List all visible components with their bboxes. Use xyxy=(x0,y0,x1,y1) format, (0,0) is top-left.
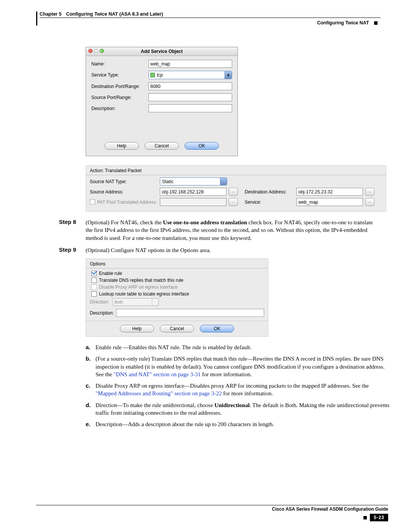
service-picker[interactable]: ... xyxy=(365,198,374,206)
description-input[interactable] xyxy=(116,309,264,317)
minimize-icon xyxy=(94,49,98,53)
item-c-mark: c. xyxy=(86,382,96,398)
disable-proxy-arp-label: Disable Proxy ARP on egress interface xyxy=(99,284,178,290)
options-panel: Options Enable rule Translate DNS replie… xyxy=(86,259,268,337)
pat-pool-checkbox xyxy=(90,199,95,204)
translate-dns-checkbox[interactable] xyxy=(91,278,97,283)
item-e-mark: e. xyxy=(86,420,96,428)
chevron-updown-icon xyxy=(152,299,158,305)
name-input[interactable] xyxy=(148,60,232,68)
panel-title: Action: Translated Packet xyxy=(90,168,382,173)
step-8-label: Step 8 xyxy=(59,219,86,242)
enable-rule-label: Enable rule xyxy=(99,271,122,276)
help-button[interactable]: Help xyxy=(105,142,139,150)
dest-address-picker[interactable]: ... xyxy=(365,188,374,196)
source-nat-type-value: Static xyxy=(162,179,174,184)
item-d-text: Direction—To make the rule unidirectiona… xyxy=(96,401,390,417)
enable-rule-checkbox[interactable] xyxy=(91,271,97,276)
disable-proxy-arp-checkbox xyxy=(91,284,97,290)
step-9-text: (Optional) Configure NAT options in the … xyxy=(86,246,381,254)
help-button[interactable]: Help xyxy=(120,325,154,332)
ok-button[interactable]: OK xyxy=(185,142,219,150)
pat-pool-label: PAT Pool Translated Address: xyxy=(97,200,157,205)
tcp-icon xyxy=(150,73,155,77)
source-nat-type-label: Source NAT Type: xyxy=(90,179,158,184)
dest-port-label: Destination Port/Range: xyxy=(91,84,148,89)
add-service-object-dialog: Add Service Object Name: Service Type: t… xyxy=(86,47,238,156)
guide-title: Cisco ASA Series Firewall ASDM Configura… xyxy=(36,505,388,512)
header-square-icon xyxy=(374,21,378,25)
item-c-text: Disable Proxy ARP on egress interface—Di… xyxy=(96,382,390,398)
zoom-icon[interactable] xyxy=(100,49,104,53)
item-a-text: Enable rule —Enables this NAT rule. The … xyxy=(96,343,390,351)
step-9-label: Step 9 xyxy=(59,246,86,254)
service-label: Service: xyxy=(245,200,294,205)
dest-address-input[interactable] xyxy=(296,188,363,196)
item-d-mark: d. xyxy=(86,401,96,417)
source-address-input[interactable] xyxy=(160,188,226,196)
direction-value: Both xyxy=(115,300,123,304)
direction-select: Both xyxy=(112,298,159,306)
description-label: Description: xyxy=(90,310,114,316)
cancel-button[interactable]: Cancel xyxy=(160,325,194,332)
service-input[interactable] xyxy=(296,198,363,206)
item-b-text: (For a source-only rule) Translate DNS r… xyxy=(96,355,390,378)
service-type-label: Service Type: xyxy=(91,72,148,78)
translated-packet-panel: Action: Translated Packet Source NAT Typ… xyxy=(86,165,386,212)
ok-button[interactable]: OK xyxy=(200,325,234,332)
service-type-select[interactable]: tcp xyxy=(148,71,232,79)
cancel-button[interactable]: Cancel xyxy=(145,142,179,150)
close-icon[interactable] xyxy=(88,49,92,53)
pat-pool-input xyxy=(160,198,226,206)
chevron-updown-icon xyxy=(220,178,227,185)
mapped-addresses-link[interactable]: "Mapped Addresses and Routing" section o… xyxy=(96,390,222,396)
dialog-title: Add Service Object xyxy=(141,49,183,54)
item-a-mark: a. xyxy=(86,343,96,351)
page-number: 5-23 xyxy=(370,514,388,521)
dns-nat-link[interactable]: "DNS and NAT" section on page 3-31 xyxy=(113,371,201,377)
step-8-text: (Optional) For NAT46, check the Use one-… xyxy=(86,219,381,242)
section-name: Configuring Twice NAT xyxy=(317,20,369,26)
item-b-mark: b. xyxy=(86,355,96,378)
chapter-number: Chapter 5 xyxy=(40,11,62,17)
pat-pool-picker: ... xyxy=(229,198,238,206)
source-nat-type-select[interactable]: Static xyxy=(160,177,227,185)
footer-square-icon xyxy=(363,516,367,519)
item-e-text: Description—Adds a description about the… xyxy=(96,420,390,428)
description-input[interactable] xyxy=(148,104,232,112)
dest-address-label: Destination Address: xyxy=(245,189,294,195)
lookup-route-checkbox[interactable] xyxy=(91,291,97,297)
src-port-input[interactable] xyxy=(148,93,232,101)
source-address-label: Source Address: xyxy=(90,189,158,195)
source-address-picker[interactable]: ... xyxy=(229,188,238,196)
service-type-value: tcp xyxy=(157,72,163,78)
lookup-route-label: Lookup route table to locate egress inte… xyxy=(99,291,189,297)
chevron-updown-icon xyxy=(225,71,232,79)
chapter-title: Configuring Twice NAT (ASA 8.3 and Later… xyxy=(66,11,163,17)
direction-label: Direction: xyxy=(90,299,109,305)
name-label: Name: xyxy=(91,61,148,67)
dest-port-input[interactable] xyxy=(148,82,232,90)
src-port-label: Source Port/Range: xyxy=(91,95,148,100)
options-title: Options xyxy=(90,261,264,267)
translate-dns-label: Translate DNS replies that match this ru… xyxy=(99,278,183,283)
description-label: Description: xyxy=(91,106,148,111)
